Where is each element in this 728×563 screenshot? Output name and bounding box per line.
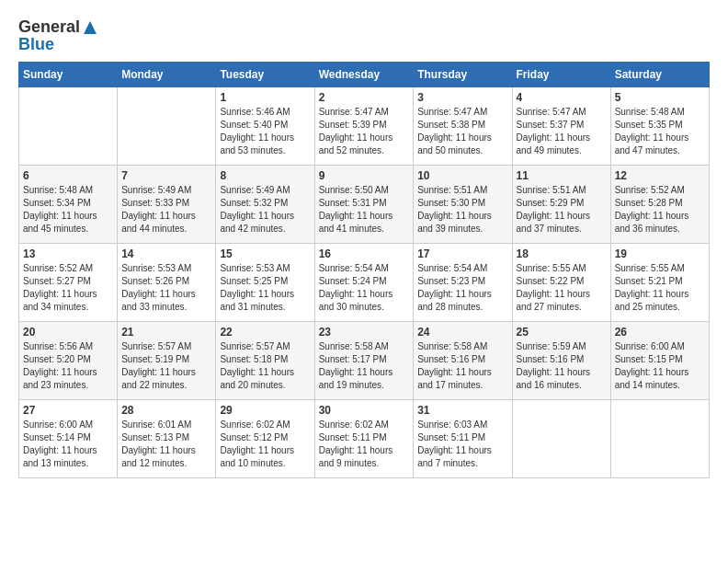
cell-content: Sunrise: 5:54 AMSunset: 5:23 PMDaylight:… bbox=[417, 262, 507, 314]
weekday-header-cell: Thursday bbox=[414, 62, 512, 86]
calendar-cell: 9Sunrise: 5:50 AMSunset: 5:31 PMDaylight… bbox=[314, 165, 414, 243]
calendar-cell bbox=[610, 399, 709, 477]
cell-content: Sunrise: 5:50 AMSunset: 5:31 PMDaylight:… bbox=[319, 184, 410, 236]
day-number: 8 bbox=[220, 169, 310, 182]
cell-content: Sunrise: 5:58 AMSunset: 5:16 PMDaylight:… bbox=[417, 340, 507, 392]
day-number: 16 bbox=[319, 247, 410, 260]
calendar-cell: 17Sunrise: 5:54 AMSunset: 5:23 PMDayligh… bbox=[414, 243, 512, 321]
calendar-cell: 25Sunrise: 5:59 AMSunset: 5:16 PMDayligh… bbox=[512, 321, 610, 399]
calendar-cell: 18Sunrise: 5:55 AMSunset: 5:22 PMDayligh… bbox=[512, 243, 610, 321]
calendar-week-row: 13Sunrise: 5:52 AMSunset: 5:27 PMDayligh… bbox=[19, 243, 710, 321]
cell-content: Sunrise: 6:02 AMSunset: 5:11 PMDaylight:… bbox=[319, 419, 410, 470]
cell-content: Sunrise: 5:59 AMSunset: 5:16 PMDaylight:… bbox=[517, 340, 607, 392]
day-number: 27 bbox=[23, 404, 113, 417]
weekday-header-cell: Tuesday bbox=[216, 62, 314, 86]
weekday-header-cell: Sunday bbox=[19, 62, 118, 86]
calendar-week-row: 1Sunrise: 5:46 AMSunset: 5:40 PMDaylight… bbox=[19, 86, 710, 165]
day-number: 3 bbox=[417, 91, 507, 104]
cell-content: Sunrise: 6:03 AMSunset: 5:11 PMDaylight:… bbox=[417, 419, 507, 470]
day-number: 22 bbox=[220, 326, 310, 339]
calendar-cell: 14Sunrise: 5:53 AMSunset: 5:26 PMDayligh… bbox=[118, 243, 216, 321]
day-number: 11 bbox=[517, 169, 607, 182]
calendar-body: 1Sunrise: 5:46 AMSunset: 5:40 PMDaylight… bbox=[19, 86, 710, 477]
calendar-week-row: 20Sunrise: 5:56 AMSunset: 5:20 PMDayligh… bbox=[19, 321, 710, 399]
calendar-cell bbox=[118, 86, 216, 165]
cell-content: Sunrise: 5:55 AMSunset: 5:21 PMDaylight:… bbox=[615, 262, 705, 314]
calendar-cell: 13Sunrise: 5:52 AMSunset: 5:27 PMDayligh… bbox=[19, 243, 118, 321]
calendar-cell: 24Sunrise: 5:58 AMSunset: 5:16 PMDayligh… bbox=[414, 321, 512, 399]
day-number: 19 bbox=[615, 247, 705, 260]
calendar-cell: 8Sunrise: 5:49 AMSunset: 5:32 PMDaylight… bbox=[216, 165, 314, 243]
cell-content: Sunrise: 5:47 AMSunset: 5:37 PMDaylight:… bbox=[517, 106, 607, 157]
calendar-week-row: 6Sunrise: 5:48 AMSunset: 5:34 PMDaylight… bbox=[19, 165, 710, 243]
calendar-cell bbox=[512, 399, 610, 477]
day-number: 30 bbox=[319, 404, 410, 417]
cell-content: Sunrise: 6:00 AMSunset: 5:14 PMDaylight:… bbox=[23, 419, 113, 470]
cell-content: Sunrise: 5:55 AMSunset: 5:22 PMDaylight:… bbox=[517, 262, 607, 314]
day-number: 7 bbox=[121, 169, 211, 182]
cell-content: Sunrise: 5:46 AMSunset: 5:40 PMDaylight:… bbox=[220, 106, 310, 157]
cell-content: Sunrise: 5:57 AMSunset: 5:19 PMDaylight:… bbox=[121, 340, 211, 392]
cell-content: Sunrise: 5:47 AMSunset: 5:39 PMDaylight:… bbox=[319, 106, 410, 157]
day-number: 24 bbox=[417, 326, 507, 339]
cell-content: Sunrise: 5:52 AMSunset: 5:28 PMDaylight:… bbox=[615, 184, 705, 236]
cell-content: Sunrise: 5:53 AMSunset: 5:26 PMDaylight:… bbox=[121, 262, 211, 314]
logo-general: General bbox=[18, 18, 80, 35]
calendar-cell: 3Sunrise: 5:47 AMSunset: 5:38 PMDaylight… bbox=[414, 86, 512, 165]
day-number: 14 bbox=[121, 247, 211, 260]
day-number: 28 bbox=[121, 404, 211, 417]
calendar-cell: 16Sunrise: 5:54 AMSunset: 5:24 PMDayligh… bbox=[314, 243, 414, 321]
day-number: 4 bbox=[517, 91, 607, 104]
day-number: 10 bbox=[417, 169, 507, 182]
calendar-table: SundayMondayTuesdayWednesdayThursdayFrid… bbox=[18, 62, 710, 478]
logo-arrow bbox=[80, 18, 98, 36]
calendar-cell: 6Sunrise: 5:48 AMSunset: 5:34 PMDaylight… bbox=[19, 165, 118, 243]
day-number: 9 bbox=[319, 169, 410, 182]
day-number: 12 bbox=[615, 169, 705, 182]
day-number: 26 bbox=[615, 326, 705, 339]
day-number: 13 bbox=[23, 247, 113, 260]
weekday-header-cell: Wednesday bbox=[314, 62, 414, 86]
logo: General Blue bbox=[18, 18, 98, 52]
day-number: 18 bbox=[517, 247, 607, 260]
weekday-header-row: SundayMondayTuesdayWednesdayThursdayFrid… bbox=[19, 62, 710, 86]
calendar-cell: 4Sunrise: 5:47 AMSunset: 5:37 PMDaylight… bbox=[512, 86, 610, 165]
calendar-cell: 10Sunrise: 5:51 AMSunset: 5:30 PMDayligh… bbox=[414, 165, 512, 243]
calendar-cell: 26Sunrise: 6:00 AMSunset: 5:15 PMDayligh… bbox=[610, 321, 709, 399]
cell-content: Sunrise: 5:53 AMSunset: 5:25 PMDaylight:… bbox=[220, 262, 310, 314]
calendar-week-row: 27Sunrise: 6:00 AMSunset: 5:14 PMDayligh… bbox=[19, 399, 710, 477]
calendar-cell: 28Sunrise: 6:01 AMSunset: 5:13 PMDayligh… bbox=[118, 399, 216, 477]
cell-content: Sunrise: 5:51 AMSunset: 5:30 PMDaylight:… bbox=[417, 184, 507, 236]
logo-blue: Blue bbox=[18, 36, 54, 52]
cell-content: Sunrise: 6:00 AMSunset: 5:15 PMDaylight:… bbox=[615, 340, 705, 392]
calendar-cell: 19Sunrise: 5:55 AMSunset: 5:21 PMDayligh… bbox=[610, 243, 709, 321]
day-number: 15 bbox=[220, 247, 310, 260]
cell-content: Sunrise: 5:56 AMSunset: 5:20 PMDaylight:… bbox=[23, 340, 113, 392]
calendar-cell: 15Sunrise: 5:53 AMSunset: 5:25 PMDayligh… bbox=[216, 243, 314, 321]
calendar-cell: 1Sunrise: 5:46 AMSunset: 5:40 PMDaylight… bbox=[216, 86, 314, 165]
weekday-header-cell: Saturday bbox=[610, 62, 709, 86]
day-number: 29 bbox=[220, 404, 310, 417]
calendar-cell: 20Sunrise: 5:56 AMSunset: 5:20 PMDayligh… bbox=[19, 321, 118, 399]
calendar-cell: 2Sunrise: 5:47 AMSunset: 5:39 PMDaylight… bbox=[314, 86, 414, 165]
weekday-header-cell: Friday bbox=[512, 62, 610, 86]
cell-content: Sunrise: 5:47 AMSunset: 5:38 PMDaylight:… bbox=[417, 106, 507, 157]
calendar-cell: 21Sunrise: 5:57 AMSunset: 5:19 PMDayligh… bbox=[118, 321, 216, 399]
cell-content: Sunrise: 5:48 AMSunset: 5:34 PMDaylight:… bbox=[23, 184, 113, 236]
day-number: 5 bbox=[615, 91, 705, 104]
cell-content: Sunrise: 5:49 AMSunset: 5:33 PMDaylight:… bbox=[121, 184, 211, 236]
calendar-cell: 30Sunrise: 6:02 AMSunset: 5:11 PMDayligh… bbox=[314, 399, 414, 477]
day-number: 31 bbox=[417, 404, 507, 417]
calendar-cell bbox=[19, 86, 118, 165]
calendar-cell: 11Sunrise: 5:51 AMSunset: 5:29 PMDayligh… bbox=[512, 165, 610, 243]
cell-content: Sunrise: 5:58 AMSunset: 5:17 PMDaylight:… bbox=[319, 340, 410, 392]
cell-content: Sunrise: 5:51 AMSunset: 5:29 PMDaylight:… bbox=[517, 184, 607, 236]
day-number: 17 bbox=[417, 247, 507, 260]
calendar-cell: 31Sunrise: 6:03 AMSunset: 5:11 PMDayligh… bbox=[414, 399, 512, 477]
day-number: 1 bbox=[220, 91, 310, 104]
header: General Blue bbox=[18, 18, 710, 52]
day-number: 23 bbox=[319, 326, 410, 339]
calendar-cell: 7Sunrise: 5:49 AMSunset: 5:33 PMDaylight… bbox=[118, 165, 216, 243]
day-number: 20 bbox=[23, 326, 113, 339]
calendar-cell: 23Sunrise: 5:58 AMSunset: 5:17 PMDayligh… bbox=[314, 321, 414, 399]
